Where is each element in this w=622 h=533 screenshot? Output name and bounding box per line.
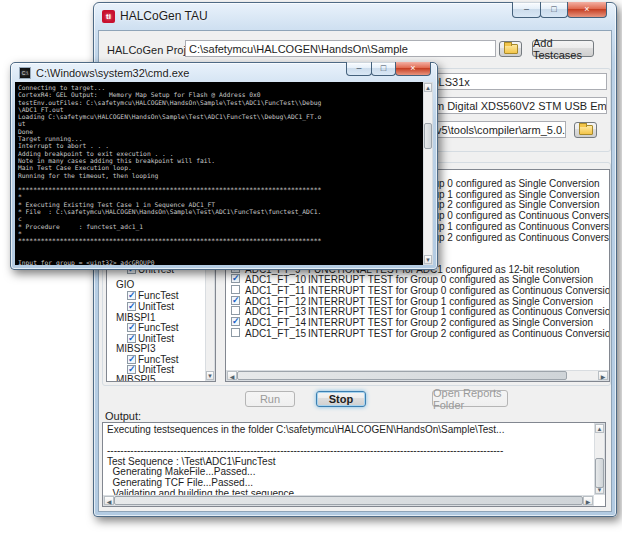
checkbox[interactable] [127,334,136,343]
testcase-name: ADC1_FT_14 [245,317,306,328]
add-testcases-button[interactable]: Add Testcases [532,40,594,57]
checkbox[interactable] [231,285,240,294]
tree-item-unittest[interactable]: UnitTest [107,301,205,312]
checkbox[interactable] [127,291,136,300]
output-hscrollbar[interactable]: ◀ ▶ [103,495,594,506]
scroll-left-icon[interactable]: ◀ [227,371,237,380]
run-button[interactable]: Run [245,391,295,407]
tree-item-mibspi3[interactable]: MIBSPI3 [107,343,205,354]
tree-item-gio[interactable]: GIO [107,279,205,290]
testcase-name: ADC1_FT_10 [245,274,306,285]
testcase-row-adc1_ft_14[interactable]: ADC1_FT_14INTERRUPT TEST for Group 2 con… [226,317,609,328]
list-hscroll-thumb[interactable] [237,371,567,380]
scroll-down-icon[interactable]: ▼ [206,371,214,380]
main-window-title: HALCoGen TAU [120,9,208,23]
output-vscrollbar[interactable]: ▲ ▼ [594,423,605,495]
maximize-icon: □ [381,64,386,73]
maximize-button[interactable]: □ [371,62,396,76]
checkbox[interactable] [231,328,240,337]
tree-item-label: MIBSPI3 [114,343,155,354]
checkbox[interactable] [231,306,240,315]
minimize-button[interactable]: – [346,62,372,76]
checkbox[interactable] [127,365,136,374]
testcase-row-adc1_ft_12[interactable]: ADC1_FT_12INTERRUPT TEST for Group 1 con… [226,296,609,307]
output-box[interactable]: Executing testsequences in the folder C:… [102,422,606,507]
tree-item-label: FuncTest [136,290,179,301]
checkbox[interactable] [127,302,136,311]
scroll-right-icon[interactable]: ▶ [598,371,608,380]
console-vscroll-thumb[interactable] [424,123,432,149]
cmd-window: C:\ C:\Windows\system32\cmd.exe – □ × Co… [10,62,438,270]
close-button[interactable]: × [567,2,607,18]
output-hscroll-thumb[interactable] [114,496,583,505]
testcase-row-adc1_ft_10[interactable]: ADC1_FT_10INTERRUPT TEST for Group 0 con… [226,274,609,285]
scroll-down-icon[interactable]: ▼ [424,255,432,264]
testcase-description: INTERRUPT TEST for Group 0 configured as… [308,285,610,296]
minimize-icon: – [356,64,361,73]
tree-item-mibspi5[interactable]: MIBSPI5 [107,374,205,382]
console-area[interactable]: Connecting to target... CortexR4: GEL Ou… [15,82,433,265]
close-icon: × [584,5,589,14]
open-reports-folder-button[interactable]: Open Reports Folder [432,390,508,407]
project-path-input[interactable] [185,40,496,57]
checkbox[interactable] [231,296,240,305]
testcase-row-adc1_ft_13[interactable]: ADC1_FT_13INTERRUPT TEST for Group 1 con… [226,306,609,317]
output-label: Output: [105,410,141,422]
tree-item-functest[interactable]: FuncTest [107,322,205,333]
scroll-right-icon[interactable]: ▶ [583,496,593,505]
testcase-description: INTERRUPT TEST for Group 1 configured as… [308,306,610,317]
testcase-description: INTERRUPT TEST for Group 0 configured as… [308,274,593,285]
minimize-button[interactable]: – [512,2,541,18]
testcase-name: ADC1_FT_15 [245,328,306,339]
testcase-name: ADC1_FT_13 [245,306,306,317]
ti-logo-icon: ti [102,10,115,23]
folder-open-icon [504,44,518,54]
console-text: Connecting to target... CortexR4: GEL Ou… [18,84,321,265]
testcase-name: ADC1_FT_11 [245,285,305,296]
tree-item-label: MIBSPI5 [114,374,155,382]
tree-item-label: UnitTest [136,301,174,312]
compiler-browse-button[interactable] [574,122,597,138]
minimize-icon: – [524,5,529,14]
testcase-row-adc1_ft_15[interactable]: ADC1_FT_15INTERRUPT TEST for Group 2 con… [226,328,609,339]
close-button[interactable]: × [395,62,431,76]
folder-open-icon [579,125,593,135]
scroll-left-icon[interactable]: ◀ [104,496,114,505]
cmd-icon: C:\ [19,67,31,79]
stop-button[interactable]: Stop [316,391,366,407]
output-vscroll-thumb[interactable] [595,458,604,488]
testcase-name: ADC1_FT_12 [245,296,306,307]
testcase-description: INTERRUPT TEST for Group 2 configured as… [308,317,593,328]
project-browse-button[interactable] [499,41,522,57]
checkbox[interactable] [231,317,240,326]
tree-item-label: GIO [114,279,134,290]
tree-item-functest[interactable]: FuncTest [107,290,205,301]
tree-item-label: FuncTest [136,322,179,333]
console-vscrollbar[interactable]: ▲ ▼ [423,82,433,265]
testcase-description: INTERRUPT TEST for Group 1 configured as… [308,296,593,307]
list-hscrollbar[interactable]: ◀ ▶ [226,370,609,381]
close-icon: × [410,64,415,73]
testcase-row-adc1_ft_11[interactable]: ADC1_FT_11INTERRUPT TEST for Group 0 con… [226,285,609,296]
scroll-up-icon[interactable]: ▲ [424,83,432,92]
scroll-up-icon[interactable]: ▲ [595,424,604,433]
main-caption-buttons: – □ × [513,2,607,18]
maximize-icon: □ [551,5,556,14]
checkbox[interactable] [127,323,136,332]
cmd-caption-buttons: – □ × [347,62,431,76]
cmd-window-title: C:\Windows\system32\cmd.exe [36,67,189,79]
maximize-button[interactable]: □ [540,2,568,18]
checkbox[interactable] [127,355,136,364]
testcase-description: INTERRUPT TEST for Group 2 configured as… [308,328,610,339]
checkbox[interactable] [231,274,240,283]
